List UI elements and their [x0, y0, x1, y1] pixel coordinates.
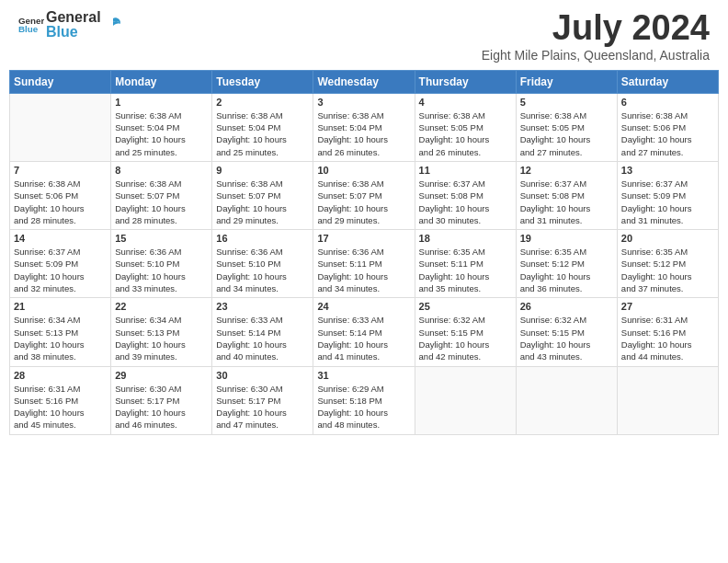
day-info: Sunrise: 6:38 AMSunset: 5:05 PMDaylight:…	[520, 109, 613, 158]
calendar-cell: 21Sunrise: 6:34 AMSunset: 5:13 PMDayligh…	[10, 298, 111, 366]
calendar-cell: 16Sunrise: 6:36 AMSunset: 5:10 PMDayligh…	[212, 230, 313, 298]
day-number: 23	[216, 301, 309, 312]
calendar-cell: 7Sunrise: 6:38 AMSunset: 5:06 PMDaylight…	[10, 161, 111, 229]
day-info: Sunrise: 6:38 AMSunset: 5:07 PMDaylight:…	[216, 178, 309, 226]
calendar-week-row: 1Sunrise: 6:38 AMSunset: 5:04 PMDaylight…	[10, 93, 719, 161]
column-header-tuesday: Tuesday	[212, 70, 313, 93]
calendar-week-row: 7Sunrise: 6:38 AMSunset: 5:06 PMDaylight…	[10, 161, 719, 229]
day-number: 13	[621, 165, 714, 176]
calendar-cell	[617, 366, 718, 434]
day-number: 25	[419, 301, 512, 312]
calendar-cell: 9Sunrise: 6:38 AMSunset: 5:07 PMDaylight…	[212, 161, 313, 229]
day-info: Sunrise: 6:36 AMSunset: 5:11 PMDaylight:…	[317, 246, 410, 294]
day-number: 10	[317, 165, 410, 176]
day-info: Sunrise: 6:38 AMSunset: 5:06 PMDaylight:…	[14, 178, 107, 226]
calendar-cell	[10, 93, 111, 161]
day-number: 22	[115, 301, 208, 312]
day-number: 8	[115, 165, 208, 176]
logo: General Blue General Blue	[18, 9, 123, 40]
day-number: 21	[14, 301, 107, 312]
day-info: Sunrise: 6:37 AMSunset: 5:08 PMDaylight:…	[520, 178, 613, 226]
day-info: Sunrise: 6:36 AMSunset: 5:10 PMDaylight:…	[115, 246, 208, 294]
column-header-wednesday: Wednesday	[313, 70, 415, 93]
day-info: Sunrise: 6:35 AMSunset: 5:12 PMDaylight:…	[621, 246, 714, 294]
day-number: 9	[216, 165, 309, 176]
title-block: July 2024 Eight Mile Plains, Queensland,…	[482, 9, 710, 63]
day-info: Sunrise: 6:38 AMSunset: 5:04 PMDaylight:…	[317, 109, 410, 158]
day-info: Sunrise: 6:34 AMSunset: 5:13 PMDaylight:…	[115, 314, 208, 362]
calendar-cell: 23Sunrise: 6:33 AMSunset: 5:14 PMDayligh…	[212, 298, 313, 366]
day-number: 26	[520, 301, 613, 312]
logo-text-blue: Blue	[46, 24, 101, 40]
calendar-cell: 29Sunrise: 6:30 AMSunset: 5:17 PMDayligh…	[111, 366, 212, 434]
calendar-cell: 25Sunrise: 6:32 AMSunset: 5:15 PMDayligh…	[415, 298, 516, 366]
day-info: Sunrise: 6:38 AMSunset: 5:06 PMDaylight:…	[621, 109, 714, 158]
day-number: 14	[14, 233, 107, 244]
calendar-cell: 12Sunrise: 6:37 AMSunset: 5:08 PMDayligh…	[516, 161, 617, 229]
column-header-monday: Monday	[111, 70, 212, 93]
calendar-cell: 10Sunrise: 6:38 AMSunset: 5:07 PMDayligh…	[313, 161, 415, 229]
calendar-cell: 20Sunrise: 6:35 AMSunset: 5:12 PMDayligh…	[617, 230, 718, 298]
day-info: Sunrise: 6:38 AMSunset: 5:04 PMDaylight:…	[216, 109, 309, 158]
day-number: 27	[621, 301, 714, 312]
day-number: 11	[419, 165, 512, 176]
calendar-cell: 6Sunrise: 6:38 AMSunset: 5:06 PMDaylight…	[617, 93, 718, 161]
calendar-week-row: 28Sunrise: 6:31 AMSunset: 5:16 PMDayligh…	[10, 366, 719, 434]
day-info: Sunrise: 6:38 AMSunset: 5:07 PMDaylight:…	[115, 178, 208, 226]
day-info: Sunrise: 6:38 AMSunset: 5:04 PMDaylight:…	[115, 109, 208, 158]
subtitle: Eight Mile Plains, Queensland, Australia	[482, 48, 710, 63]
day-info: Sunrise: 6:33 AMSunset: 5:14 PMDaylight:…	[216, 314, 309, 362]
main-title: July 2024	[482, 9, 710, 48]
day-number: 18	[419, 233, 512, 244]
day-info: Sunrise: 6:33 AMSunset: 5:14 PMDaylight:…	[317, 314, 410, 362]
day-info: Sunrise: 6:37 AMSunset: 5:09 PMDaylight:…	[14, 246, 107, 294]
calendar-week-row: 14Sunrise: 6:37 AMSunset: 5:09 PMDayligh…	[10, 230, 719, 298]
calendar-cell	[516, 366, 617, 434]
day-info: Sunrise: 6:34 AMSunset: 5:13 PMDaylight:…	[14, 314, 107, 362]
day-info: Sunrise: 6:38 AMSunset: 5:05 PMDaylight:…	[419, 109, 512, 158]
calendar-cell: 27Sunrise: 6:31 AMSunset: 5:16 PMDayligh…	[617, 298, 718, 366]
day-number: 12	[520, 165, 613, 176]
calendar-cell: 11Sunrise: 6:37 AMSunset: 5:08 PMDayligh…	[415, 161, 516, 229]
day-number: 17	[317, 233, 410, 244]
calendar-cell: 13Sunrise: 6:37 AMSunset: 5:09 PMDayligh…	[617, 161, 718, 229]
day-number: 4	[419, 97, 512, 108]
day-number: 24	[317, 301, 410, 312]
day-number: 15	[115, 233, 208, 244]
calendar-cell: 3Sunrise: 6:38 AMSunset: 5:04 PMDaylight…	[313, 93, 415, 161]
day-number: 1	[115, 97, 208, 108]
calendar-cell: 8Sunrise: 6:38 AMSunset: 5:07 PMDaylight…	[111, 161, 212, 229]
day-number: 19	[520, 233, 613, 244]
day-number: 7	[14, 165, 107, 176]
logo-icon: General Blue	[18, 12, 44, 38]
day-info: Sunrise: 6:32 AMSunset: 5:15 PMDaylight:…	[520, 314, 613, 362]
calendar-cell: 28Sunrise: 6:31 AMSunset: 5:16 PMDayligh…	[10, 366, 111, 434]
day-number: 29	[115, 370, 208, 381]
calendar-table: SundayMondayTuesdayWednesdayThursdayFrid…	[9, 70, 719, 435]
day-info: Sunrise: 6:36 AMSunset: 5:10 PMDaylight:…	[216, 246, 309, 294]
day-number: 3	[317, 97, 410, 108]
column-header-friday: Friday	[516, 70, 617, 93]
logo-text-general: General	[46, 9, 101, 26]
logo-bird-icon	[103, 15, 123, 35]
day-info: Sunrise: 6:31 AMSunset: 5:16 PMDaylight:…	[14, 383, 107, 431]
day-number: 6	[621, 97, 714, 108]
day-number: 20	[621, 233, 714, 244]
day-number: 30	[216, 370, 309, 381]
calendar-cell: 30Sunrise: 6:30 AMSunset: 5:17 PMDayligh…	[212, 366, 313, 434]
page-header: General Blue General Blue July 2024 Eigh…	[9, 9, 719, 63]
day-info: Sunrise: 6:31 AMSunset: 5:16 PMDaylight:…	[621, 314, 714, 362]
day-info: Sunrise: 6:35 AMSunset: 5:11 PMDaylight:…	[419, 246, 512, 294]
calendar-cell: 22Sunrise: 6:34 AMSunset: 5:13 PMDayligh…	[111, 298, 212, 366]
day-info: Sunrise: 6:35 AMSunset: 5:12 PMDaylight:…	[520, 246, 613, 294]
day-info: Sunrise: 6:30 AMSunset: 5:17 PMDaylight:…	[115, 383, 208, 431]
day-info: Sunrise: 6:29 AMSunset: 5:18 PMDaylight:…	[317, 383, 410, 431]
day-number: 31	[317, 370, 410, 381]
calendar-cell: 15Sunrise: 6:36 AMSunset: 5:10 PMDayligh…	[111, 230, 212, 298]
day-number: 28	[14, 370, 107, 381]
day-info: Sunrise: 6:32 AMSunset: 5:15 PMDaylight:…	[419, 314, 512, 362]
calendar-cell: 19Sunrise: 6:35 AMSunset: 5:12 PMDayligh…	[516, 230, 617, 298]
day-info: Sunrise: 6:38 AMSunset: 5:07 PMDaylight:…	[317, 178, 410, 226]
calendar-cell: 17Sunrise: 6:36 AMSunset: 5:11 PMDayligh…	[313, 230, 415, 298]
calendar-week-row: 21Sunrise: 6:34 AMSunset: 5:13 PMDayligh…	[10, 298, 719, 366]
